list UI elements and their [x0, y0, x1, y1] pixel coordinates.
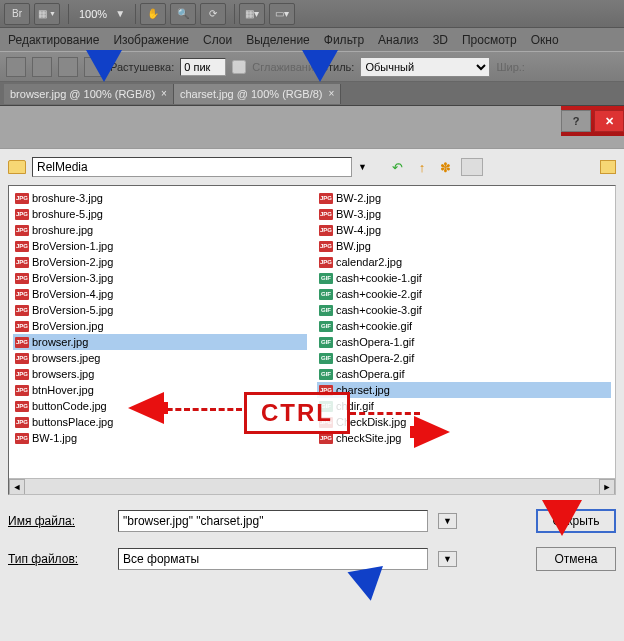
menu-image[interactable]: Изображение: [113, 33, 189, 47]
file-item[interactable]: JPGbrowser.jpg: [13, 334, 307, 350]
file-item[interactable]: JPGBW.jpg: [317, 238, 611, 254]
filetype-dropdown-icon[interactable]: ▼: [438, 551, 457, 567]
arrange-button[interactable]: ▦▾: [239, 3, 265, 25]
menu-layers[interactable]: Слои: [203, 33, 232, 47]
file-name: BW-2.jpg: [336, 192, 381, 204]
annotation-red-arrow-right: [410, 416, 450, 448]
jpg-file-icon: JPG: [15, 225, 29, 236]
screenmode-button[interactable]: ▭▾: [269, 3, 295, 25]
jpg-file-icon: JPG: [15, 305, 29, 316]
file-item[interactable]: JPGBroVersion-1.jpg: [13, 238, 307, 254]
file-item[interactable]: GIFcashOpera.gif: [317, 366, 611, 382]
file-item[interactable]: GIFcashOpera-1.gif: [317, 334, 611, 350]
file-item[interactable]: JPGBroVersion-3.jpg: [13, 270, 307, 286]
jpg-file-icon: JPG: [15, 401, 29, 412]
file-item[interactable]: JPGBroVersion.jpg: [13, 318, 307, 334]
file-item[interactable]: GIFcash+cookie-3.gif: [317, 302, 611, 318]
gif-file-icon: GIF: [319, 273, 333, 284]
marquee-rect-icon[interactable]: [6, 57, 26, 77]
jpg-file-icon: JPG: [15, 241, 29, 252]
hand-tool[interactable]: ✋: [140, 3, 166, 25]
jpg-file-icon: JPG: [15, 209, 29, 220]
up-folder-icon[interactable]: ↑: [413, 158, 431, 176]
path-dropdown-icon[interactable]: ▼: [358, 162, 367, 172]
file-item[interactable]: JPGbroshure-5.jpg: [13, 206, 307, 222]
new-folder-icon[interactable]: ✽: [437, 158, 455, 176]
file-item[interactable]: JPGBW-3.jpg: [317, 206, 611, 222]
file-item[interactable]: GIFcash+cookie.gif: [317, 318, 611, 334]
close-button[interactable]: ✕: [594, 110, 624, 132]
menu-edit[interactable]: Редактирование: [8, 33, 99, 47]
file-name: BroVersion.jpg: [32, 320, 104, 332]
file-item[interactable]: JPGBroVersion-5.jpg: [13, 302, 307, 318]
file-item[interactable]: JPGbroshure-3.jpg: [13, 190, 307, 206]
file-name: BW-4.jpg: [336, 224, 381, 236]
menu-view[interactable]: Просмотр: [462, 33, 517, 47]
view-mode-icon[interactable]: [461, 158, 483, 176]
file-item[interactable]: GIFcash+cookie-2.gif: [317, 286, 611, 302]
filename-label: Имя файла:: [8, 514, 108, 528]
file-name: broshure.jpg: [32, 224, 93, 236]
zoom-dropdown[interactable]: ▼: [113, 3, 127, 25]
file-item[interactable]: JPGBW-4.jpg: [317, 222, 611, 238]
menu-3d[interactable]: 3D: [433, 33, 448, 47]
file-name: cashOpera-2.gif: [336, 352, 414, 364]
feather-input[interactable]: [180, 58, 226, 76]
filename-dropdown-icon[interactable]: ▼: [438, 513, 457, 529]
file-item[interactable]: JPGCheckDisk.jpg: [317, 414, 611, 430]
menu-bar: Редактирование Изображение Слои Выделени…: [0, 28, 624, 52]
file-name: cashOpera-1.gif: [336, 336, 414, 348]
fav-icon[interactable]: [600, 160, 616, 174]
style-select[interactable]: Обычный: [360, 57, 490, 77]
bridge-button[interactable]: Br: [4, 3, 30, 25]
menu-window[interactable]: Окно: [531, 33, 559, 47]
back-icon[interactable]: ↶: [389, 158, 407, 176]
file-item[interactable]: JPGcharset.jpg: [317, 382, 611, 398]
gif-file-icon: GIF: [319, 353, 333, 364]
file-item[interactable]: JPGcheckSite.jpg: [317, 430, 611, 446]
help-button[interactable]: ?: [561, 110, 591, 132]
scroll-right-icon[interactable]: ►: [599, 479, 615, 495]
file-item[interactable]: JPGbroshure.jpg: [13, 222, 307, 238]
file-name: cash+cookie-1.gif: [336, 272, 422, 284]
file-name: BW-1.jpg: [32, 432, 77, 444]
file-item[interactable]: JPGcalendar2.jpg: [317, 254, 611, 270]
file-item[interactable]: JPGbrowsers.jpeg: [13, 350, 307, 366]
file-item[interactable]: GIFcashOpera-2.gif: [317, 350, 611, 366]
marquee-single-row-icon[interactable]: [58, 57, 78, 77]
doc-tab-label: charset.jpg @ 100% (RGB/8): [180, 88, 323, 100]
close-tab-icon[interactable]: ×: [161, 88, 167, 99]
jpg-file-icon: JPG: [319, 209, 333, 220]
zoom-tool[interactable]: 🔍: [170, 3, 196, 25]
path-input[interactable]: [32, 157, 352, 177]
rotate-tool[interactable]: ⟳: [200, 3, 226, 25]
hscrollbar[interactable]: ◄ ►: [9, 478, 615, 494]
scroll-left-icon[interactable]: ◄: [9, 479, 25, 495]
file-item[interactable]: JPGBroVersion-2.jpg: [13, 254, 307, 270]
zoom-value[interactable]: 100%: [79, 8, 107, 20]
file-item[interactable]: JPGbrowsers.jpg: [13, 366, 307, 382]
jpg-file-icon: JPG: [15, 385, 29, 396]
marquee-oval-icon[interactable]: [32, 57, 52, 77]
menu-select[interactable]: Выделение: [246, 33, 310, 47]
file-list: JPGbroshure-3.jpgJPGbroshure-5.jpgJPGbro…: [8, 185, 616, 495]
svg-marker-0: [128, 392, 168, 424]
file-item[interactable]: GIFcash+cookie-1.gif: [317, 270, 611, 286]
file-name: cashOpera.gif: [336, 368, 404, 380]
path-row: ▼ ↶ ↑ ✽: [8, 157, 616, 177]
file-name: browser.jpg: [32, 336, 88, 348]
filetype-label: Тип файлов:: [8, 552, 108, 566]
cancel-button[interactable]: Отмена: [536, 547, 616, 571]
file-name: broshure-3.jpg: [32, 192, 103, 204]
doc-tab-browser[interactable]: browser.jpg @ 100% (RGB/8) ×: [4, 84, 174, 104]
menu-analysis[interactable]: Анализ: [378, 33, 419, 47]
file-item[interactable]: JPGBW-2.jpg: [317, 190, 611, 206]
close-tab-icon[interactable]: ×: [329, 88, 335, 99]
layout-button[interactable]: ▦▼: [34, 3, 60, 25]
file-item[interactable]: JPGBroVersion-4.jpg: [13, 286, 307, 302]
doc-tab-charset[interactable]: charset.jpg @ 100% (RGB/8) ×: [174, 84, 341, 104]
filename-input[interactable]: [118, 510, 428, 532]
file-name: broshure-5.jpg: [32, 208, 103, 220]
jpg-file-icon: JPG: [15, 353, 29, 364]
menu-filter[interactable]: Фильтр: [324, 33, 364, 47]
